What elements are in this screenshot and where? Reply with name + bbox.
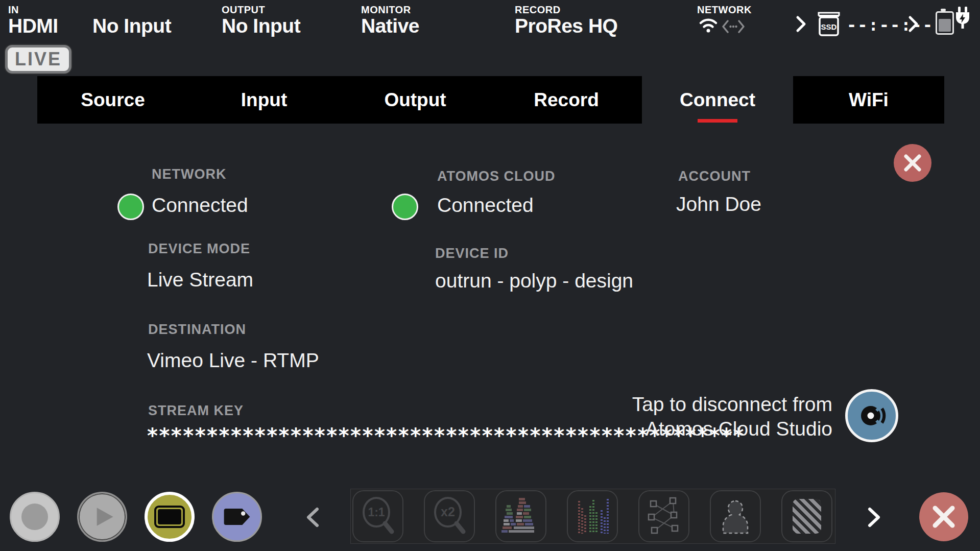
tab-connect-label: Connect (680, 89, 755, 111)
power-plug-icon (954, 6, 971, 33)
close-icon (894, 144, 931, 182)
disconnect-hint-line1: Tap to disconnect from (632, 392, 832, 417)
live-badge: LIVE (5, 45, 71, 74)
settings-tab-bar: Source Input Output Record Connect WiFi (37, 76, 944, 124)
output-status: OUTPUT No Input (222, 4, 300, 37)
ethernet-data-icon (722, 19, 745, 34)
audio-meters-icon (500, 495, 541, 538)
record-dot-icon (21, 504, 48, 530)
monitor-mode-button[interactable] (145, 492, 195, 542)
tab-input-label: Input (241, 89, 287, 111)
battery-icon[interactable] (936, 11, 954, 35)
stream-key-label: STREAM KEY (148, 403, 244, 419)
timecode-display: --:--:-- (847, 15, 934, 35)
input-signal-label (92, 4, 171, 15)
tool-1to1-label: 1:1 (368, 506, 385, 519)
play-icon (79, 492, 126, 542)
tab-record[interactable]: Record (491, 76, 642, 124)
play-button[interactable] (77, 492, 127, 542)
active-tab-underline (698, 119, 737, 123)
record-codec-label: RECORD (515, 4, 617, 15)
destination-label: DESTINATION (148, 322, 246, 338)
tool-vectorscope[interactable] (638, 490, 689, 542)
record-button[interactable] (10, 492, 60, 542)
atomos-monitor-screen: IN HDMI No Input OUTPUT No Input MONITOR… (0, 0, 980, 551)
tab-output[interactable]: Output (340, 76, 491, 124)
input-signal: No Input (92, 4, 171, 37)
monitor-screen-icon (154, 506, 185, 528)
atomos-cloud-status-dot (392, 194, 418, 220)
tag-metadata-button[interactable] (212, 492, 262, 542)
device-mode-label: DEVICE MODE (148, 241, 250, 257)
monitor-mode-value: Native (361, 15, 419, 37)
disconnect-hint-text: Tap to disconnect from Atomos Cloud Stud… (632, 392, 832, 441)
input-status-label: IN (8, 4, 58, 15)
tab-input[interactable]: Input (188, 76, 340, 124)
account-value: John Doe (676, 193, 761, 215)
tool-rgb-parade[interactable] (567, 490, 618, 542)
tab-connect[interactable]: Connect (642, 76, 793, 124)
output-status-value: No Input (222, 15, 300, 37)
rgb-parade-icon (572, 495, 613, 538)
atomos-cloud-studio-icon (853, 397, 890, 434)
input-status-value: HDMI (8, 15, 58, 37)
magnifier-1to1-icon: 1:1 (358, 495, 398, 538)
close-panel-button[interactable] (894, 144, 931, 182)
record-codec: RECORD ProRes HQ (515, 4, 617, 37)
close-icon (919, 492, 968, 541)
input-status: IN HDMI (8, 4, 58, 37)
network-status-label: NETWORK (697, 4, 752, 15)
tab-wifi[interactable]: WiFi (793, 76, 944, 124)
wifi-icon (698, 14, 719, 34)
ssd-label: SSD (821, 22, 837, 31)
device-id-value: outrun - polyp - design (435, 270, 633, 292)
device-id-label: DEVICE ID (435, 246, 509, 261)
network-status-value: Connected (152, 194, 248, 217)
monitor-mode-label: MONITOR (361, 4, 419, 15)
ssd-media-icon[interactable]: SSD (815, 11, 843, 37)
atomos-cloud-disconnect-button[interactable] (845, 389, 898, 442)
chevron-right-icon[interactable] (908, 15, 919, 33)
vectorscope-icon (643, 495, 684, 538)
disconnect-hint-line2: Atomos Cloud Studio (632, 417, 832, 441)
tab-source[interactable]: Source (37, 76, 188, 124)
input-signal-value: No Input (92, 15, 171, 37)
tool-zoom-x2[interactable]: x2 (424, 490, 475, 542)
tab-output-label: Output (384, 89, 446, 111)
output-status-label: OUTPUT (222, 4, 300, 15)
device-mode-value: Live Stream (147, 269, 253, 291)
chevron-right-icon[interactable] (796, 15, 807, 33)
network-section-label: NETWORK (152, 166, 226, 182)
tool-zebra[interactable] (781, 490, 832, 542)
tool-audio-meters[interactable] (495, 490, 546, 542)
battery-level (939, 19, 951, 32)
zebra-stripes-icon (793, 499, 821, 534)
focus-person-icon (715, 495, 756, 538)
network-status-dot (117, 194, 144, 220)
atomos-cloud-section-label: ATOMOS CLOUD (437, 169, 556, 184)
destination-value: Vimeo Live - RTMP (147, 349, 319, 372)
monitor-mode: MONITOR Native (361, 4, 419, 37)
magnifier-x2-icon: x2 (429, 495, 469, 538)
toolbar-scroll-left-icon[interactable] (305, 507, 320, 528)
toolbar-scroll-right-icon[interactable] (867, 507, 881, 528)
tab-wifi-label: WiFi (849, 89, 889, 111)
tag-icon (213, 492, 260, 542)
exit-menu-button[interactable] (919, 492, 968, 541)
record-codec-value: ProRes HQ (515, 15, 617, 37)
account-label: ACCOUNT (678, 169, 751, 184)
tab-source-label: Source (81, 89, 145, 111)
network-status-group: NETWORK (697, 4, 752, 15)
atomos-cloud-status-value: Connected (437, 194, 534, 217)
tool-zoom-1to1[interactable]: 1:1 (352, 490, 403, 542)
tool-x2-label: x2 (441, 505, 455, 519)
tab-record-label: Record (534, 89, 599, 111)
tool-focus-peaking[interactable] (710, 490, 761, 542)
